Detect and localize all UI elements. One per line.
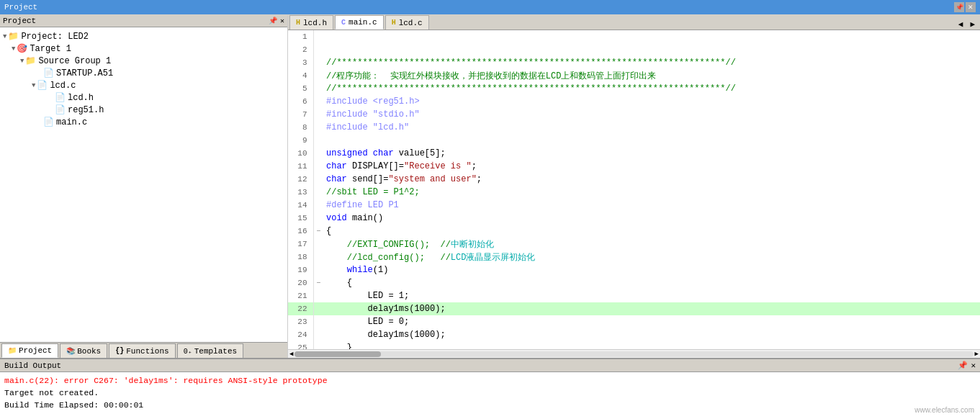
code-row-9: 9 [288, 134, 980, 147]
lcdC-tab-icon: H [392, 19, 396, 27]
tab-books-label: Books [77, 347, 101, 356]
code-row-24: 24 delay1ms(1000); [288, 328, 980, 341]
hscroll-thumb[interactable] [295, 351, 381, 357]
code-cn-rest: 上和数码管上面打印出来 [561, 71, 656, 81]
code-row-16: 16 − { [288, 225, 980, 238]
code-row-3: 3 //************************************… [288, 56, 980, 69]
code-row-10: 10 unsigned char value[5]; [288, 147, 980, 160]
code-row-19: 19 while(1) [288, 263, 980, 276]
tree-item-reg51H[interactable]: 📄 reg51.h [0, 104, 287, 116]
tab-functions-label: Functions [126, 347, 168, 356]
tree-item-lcdH[interactable]: 📄 lcd.h [0, 91, 287, 104]
project-tree: ▼ 📁 Project: LED2 ▼ 🎯 Target 1 ▼ 📁 Sourc… [0, 27, 287, 342]
build-output-titlebar: Build Output 📌 ✕ [0, 359, 980, 372]
tab-functions-icon: {} [115, 347, 124, 355]
lcdH-label: lcd.h [68, 93, 94, 103]
pin-button[interactable]: 📌 [954, 2, 964, 12]
expand-lcdC[interactable]: ▼ [32, 82, 35, 89]
mainC-label: main.c [56, 117, 87, 127]
lcdC-tab-label: lcd.c [399, 19, 423, 27]
sourcegroup-label: Source Group 1 [38, 56, 111, 66]
title-label: Project [4, 3, 37, 12]
code-row-1: 1 [288, 30, 980, 43]
tab-books[interactable]: 📚 Books [60, 343, 107, 358]
pin-icon[interactable]: 📌 [269, 17, 277, 25]
tree-item-mainC[interactable]: 📄 main.c [0, 116, 287, 128]
code-row-12: 12 char send[]="system and user"; [288, 173, 980, 186]
tree-item-sourcegroup[interactable]: ▼ 📁 Source Group 1 [0, 55, 287, 67]
left-panel-tabs: 📁 Project 📚 Books {} Functions 0₊ Templa… [0, 342, 287, 358]
lcdH-tab-icon: H [296, 19, 300, 27]
code-row-21: 21 LED = 1; [288, 289, 980, 302]
hscroll-track[interactable] [295, 351, 973, 357]
tab-books-icon: 📚 [66, 347, 75, 356]
build-output-pin[interactable]: 📌 [958, 361, 968, 370]
lcdC-label: lcd.c [50, 81, 76, 91]
tree-item-target[interactable]: ▼ 🎯 Target 1 [0, 42, 287, 55]
code-row-17: 17 //EXTI_CONFIG(); //中断初始化 [288, 238, 980, 251]
code-row-22: 22 delay1ms(1000); [288, 302, 980, 315]
tab-project-icon: 📁 [8, 346, 17, 355]
code-row-14: 14 #define LED P1 [288, 199, 980, 212]
tab-project-label: Project [19, 346, 52, 355]
file-tab-mainC[interactable]: C main.c [335, 15, 384, 30]
watermark: www.elecfans.com [914, 404, 974, 416]
file-tab-lcdC[interactable]: H lcd.c [385, 15, 429, 30]
horizontal-scrollbar[interactable]: ◀ ▶ [288, 349, 980, 358]
tree-item-lcdC[interactable]: ▼ 📄 lcd.c [0, 79, 287, 91]
tab-scroll-left[interactable]: ◀ [956, 19, 966, 30]
build-output-title: Build Output [4, 361, 61, 370]
code-row-11: 11 char DISPLAY[]="Receive is "; [288, 160, 980, 173]
tab-templates[interactable]: 0₊ Templates [177, 343, 243, 358]
code-row-4: 4 //程序功能： 实现红外模块接收，并把接收到的数据在LCD上和数码管上面打印… [288, 69, 980, 82]
title-controls: 📌 ✕ [954, 2, 976, 12]
tab-templates-label: Templates [194, 347, 237, 356]
tab-scroll-right[interactable]: ▶ [968, 19, 977, 30]
hscroll-left[interactable]: ◀ [289, 350, 293, 358]
mainC-tab-icon: C [341, 19, 346, 27]
build-output-line-3: Build Time Elapsed: 00:00:01 [4, 399, 976, 411]
close-button[interactable]: ✕ [966, 2, 976, 12]
code-row-15: 15 void main() [288, 212, 980, 225]
hscroll-right[interactable]: ▶ [975, 350, 979, 358]
code-row-25: 25 } [288, 341, 980, 349]
left-panel: Project 📌 ✕ ▼ 📁 Project: LED2 ▼ 🎯 Target… [0, 14, 288, 358]
build-output-line-2: Target not created. [4, 387, 976, 399]
code-row-18: 18 //lcd_config(); //LCD液晶显示屏初始化 [288, 251, 980, 263]
right-panel: H lcd.h C main.c H lcd.c ◀ ▶ 1 [288, 14, 980, 358]
code-row-20: 20 − { [288, 276, 980, 289]
startup-label: STARTUP.A51 [56, 68, 113, 78]
title-bar: Project 📌 ✕ [0, 0, 980, 14]
tab-project[interactable]: 📁 Project [1, 343, 58, 358]
tree-item-project[interactable]: ▼ 📁 Project: LED2 [0, 30, 287, 42]
expand-project[interactable]: ▼ [3, 33, 6, 40]
code-row-2: 2 [288, 43, 980, 56]
code-row-7: 7 #include "stdio.h" [288, 108, 980, 121]
reg51H-label: reg51.h [68, 105, 104, 115]
code-editor[interactable]: 1 2 3 //********************************… [288, 30, 980, 349]
tab-templates-icon: 0₊ [184, 347, 192, 356]
main-area: Project 📌 ✕ ▼ 📁 Project: LED2 ▼ 🎯 Target… [0, 14, 980, 358]
file-tabs: H lcd.h C main.c H lcd.c ◀ ▶ [288, 14, 980, 30]
build-output-content: main.c(22): error C267: 'delay1ms': requ… [0, 372, 980, 419]
expand-target[interactable]: ▼ [12, 45, 15, 53]
build-output-controls: 📌 ✕ [958, 361, 976, 370]
target-label: Target 1 [30, 44, 71, 54]
expand-sourcegroup[interactable]: ▼ [20, 58, 24, 65]
code-row-6: 6 #include <reg51.h> [288, 95, 980, 108]
left-panel-title: Project [3, 17, 36, 25]
tree-item-startup[interactable]: 📄 STARTUP.A51 [0, 67, 287, 79]
code-row-8: 8 #include "lcd.h" [288, 121, 980, 134]
close-icon[interactable]: ✕ [280, 17, 284, 25]
build-output-close[interactable]: ✕ [971, 361, 976, 370]
code-table: 1 2 3 //********************************… [288, 30, 980, 349]
build-error-line-1: main.c(22): error C267: 'delay1ms': requ… [4, 374, 976, 387]
build-output-panel: Build Output 📌 ✕ main.c(22): error C267:… [0, 358, 980, 419]
file-tab-lcdH[interactable]: H lcd.h [289, 15, 333, 30]
mainC-tab-label: main.c [349, 18, 377, 27]
panel-controls: 📌 ✕ [269, 17, 284, 25]
tab-functions[interactable]: {} Functions [109, 343, 175, 358]
project-label: Project: LED2 [21, 32, 89, 42]
code-cn-lcd: LCD [546, 71, 562, 81]
code-comment-4: //程序功能： 实现红外模块接收，并把接收到的数据在 [326, 71, 546, 81]
